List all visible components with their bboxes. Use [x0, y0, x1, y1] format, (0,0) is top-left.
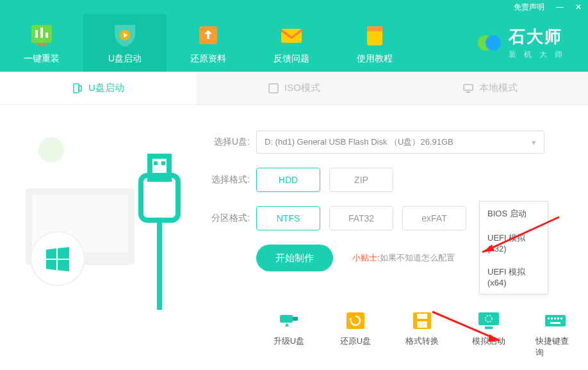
disk-select[interactable]: D: (hd1) General USB Flash Disk （U盘）26.9…: [256, 131, 544, 154]
svg-rect-22: [161, 161, 165, 165]
brand: 石大师 装机大师: [477, 14, 588, 72]
action-label: 格式转换: [405, 335, 439, 347]
nav-usb-boot[interactable]: U盘启动: [83, 14, 167, 72]
format-label: 选择格式:: [205, 174, 250, 186]
monitor-icon: [462, 83, 474, 94]
tab-local[interactable]: 本地模式: [392, 72, 588, 104]
svg-rect-35: [548, 318, 550, 319]
nav-label: 使用教程: [357, 53, 393, 65]
svg-rect-14: [269, 84, 278, 93]
svg-rect-19: [141, 175, 178, 220]
brand-sub: 装机大师: [509, 49, 570, 60]
action-upgrade-usb[interactable]: 升级U盘: [269, 311, 309, 358]
upload-box-icon: [194, 21, 222, 49]
svg-rect-1: [35, 30, 38, 38]
tab-iso[interactable]: ISO模式: [196, 72, 392, 104]
menu-bios-boot[interactable]: BIOS 启动: [480, 202, 548, 226]
nav-label: 一键重装: [24, 53, 60, 65]
nav-label: 反馈问题: [274, 53, 309, 65]
titlebar: 免责声明 — ✕: [0, 0, 588, 14]
svg-rect-36: [551, 318, 553, 319]
chevron-down-icon: ▾: [532, 138, 536, 147]
menu-uefi-x64[interactable]: UEFI 模拟(x64): [480, 260, 548, 294]
action-hotkey[interactable]: 快捷键查询: [535, 311, 575, 358]
partition-ntfs[interactable]: NTFS: [256, 206, 320, 230]
tab-label: ISO模式: [284, 82, 320, 94]
nav-reinstall[interactable]: 一键重装: [0, 14, 83, 72]
svg-rect-30: [417, 321, 427, 328]
action-format-convert[interactable]: 格式转换: [402, 311, 442, 358]
save-icon: [411, 311, 434, 330]
format-zip[interactable]: ZIP: [329, 168, 393, 192]
svg-rect-26: [293, 317, 298, 321]
svg-rect-25: [280, 315, 293, 323]
nav-feedback[interactable]: 反馈问题: [250, 14, 333, 72]
svg-rect-4: [37, 44, 47, 46]
svg-rect-27: [347, 312, 364, 329]
nav-tutorial[interactable]: 使用教程: [333, 14, 416, 72]
action-label: 升级U盘: [274, 335, 304, 347]
svg-rect-9: [367, 26, 382, 31]
content: 选择U盘: D: (hd1) General USB Flash Disk （U…: [0, 105, 588, 370]
usb-illustration: [19, 124, 186, 316]
svg-rect-7: [281, 29, 302, 43]
restore-icon: [344, 311, 367, 330]
menu-uefi-x32[interactable]: UEFI 模拟(x32): [480, 226, 548, 260]
brand-name: 石大师: [509, 26, 570, 48]
action-restore-usb[interactable]: 还原U盘: [336, 311, 375, 358]
footer-actions: 升级U盘 还原U盘 格式转换 模拟启动 快捷键查询: [269, 311, 575, 358]
tab-usb-boot[interactable]: U盘启动: [0, 72, 196, 104]
svg-rect-15: [464, 84, 473, 90]
book-icon: [361, 21, 389, 49]
mode-tabs: U盘启动 ISO模式 本地模式: [0, 72, 588, 105]
monitor-play-icon: [477, 311, 500, 330]
disclaimer-link[interactable]: 免责声明: [514, 2, 544, 13]
svg-rect-37: [554, 318, 556, 319]
partition-fat32[interactable]: FAT32: [329, 206, 393, 230]
svg-rect-31: [478, 312, 499, 325]
nav-label: U盘启动: [108, 53, 142, 65]
svg-rect-29: [417, 314, 427, 319]
nav-restore[interactable]: 还原资料: [167, 14, 250, 72]
tab-label: 本地模式: [479, 82, 518, 94]
logo-icon: [477, 30, 502, 56]
minimize-button[interactable]: —: [556, 3, 564, 12]
svg-rect-33: [485, 326, 493, 329]
svg-rect-3: [45, 33, 48, 38]
bar-chart-icon: [28, 21, 56, 49]
partition-label: 分区格式:: [205, 213, 250, 224]
partition-exfat[interactable]: exFAT: [402, 206, 466, 230]
action-label: 还原U盘: [340, 335, 371, 347]
svg-rect-16: [466, 92, 470, 93]
tab-label: U盘启动: [88, 82, 124, 94]
close-button[interactable]: ✕: [575, 3, 582, 12]
iso-icon: [268, 83, 279, 94]
start-button[interactable]: 开始制作: [256, 245, 333, 271]
keyboard-icon: [544, 311, 567, 330]
svg-point-11: [486, 35, 501, 51]
disk-label: 选择U盘:: [205, 136, 250, 148]
svg-rect-21: [154, 161, 158, 165]
disk-value: D: (hd1) General USB Flash Disk （U盘）26.9…: [265, 136, 453, 148]
svg-rect-39: [560, 318, 562, 319]
format-hdd[interactable]: HDD: [256, 168, 320, 192]
usb-icon: [72, 83, 83, 94]
main-nav: 一键重装 U盘启动 还原资料 反馈问题 使用教程: [0, 14, 416, 72]
svg-rect-12: [74, 84, 79, 93]
action-label: 模拟启动: [472, 335, 505, 347]
header: 一键重装 U盘启动 还原资料 反馈问题 使用教程: [0, 14, 588, 72]
svg-rect-38: [557, 318, 559, 319]
svg-rect-40: [550, 322, 560, 324]
mail-icon: [277, 21, 306, 49]
svg-rect-34: [545, 315, 566, 326]
svg-rect-2: [40, 28, 43, 38]
svg-rect-13: [79, 86, 81, 91]
simulate-boot-menu: BIOS 启动 UEFI 模拟(x32) UEFI 模拟(x64): [479, 201, 548, 294]
action-simulate-boot[interactable]: 模拟启动: [469, 311, 509, 358]
usb-up-icon: [277, 311, 300, 330]
action-label: 快捷键查询: [535, 335, 575, 358]
nav-label: 还原资料: [190, 53, 226, 65]
shield-usb-icon: [111, 21, 139, 49]
